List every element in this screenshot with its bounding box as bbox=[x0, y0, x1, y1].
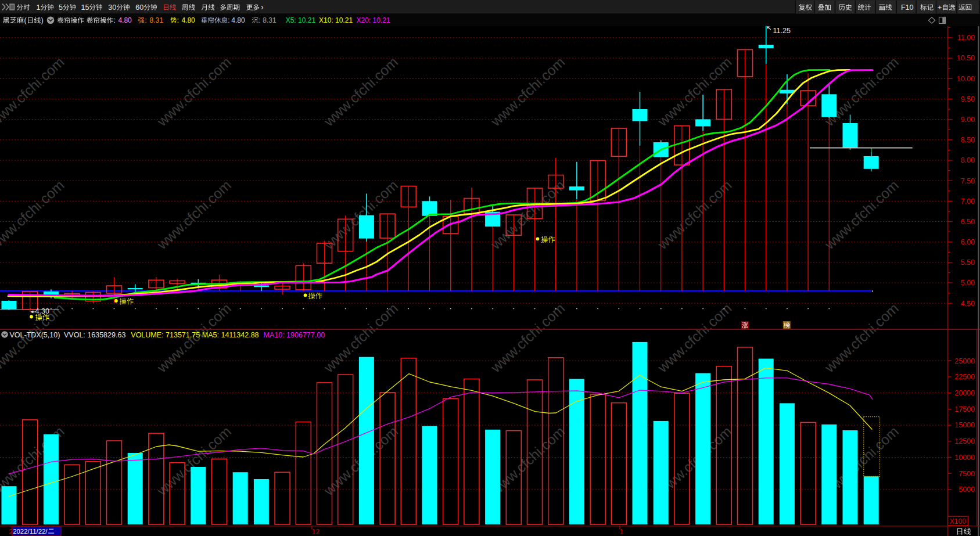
svg-text:1: 1 bbox=[620, 528, 624, 536]
svg-text:12: 12 bbox=[312, 528, 320, 536]
svg-text:6.00: 6.00 bbox=[961, 238, 975, 246]
svg-text:11.25: 11.25 bbox=[773, 27, 791, 35]
svg-text:8.31: 8.31 bbox=[263, 16, 277, 24]
svg-text:MA5: 1411342.88: MA5: 1411342.88 bbox=[202, 331, 259, 339]
svg-text:5.00: 5.00 bbox=[961, 279, 975, 287]
svg-text:20000: 20000 bbox=[954, 389, 975, 397]
svg-text:5000: 5000 bbox=[959, 485, 975, 494]
svg-text:4.80: 4.80 bbox=[231, 16, 245, 24]
svg-text:VVOL: 1635829.63: VVOL: 1635829.63 bbox=[64, 331, 125, 339]
svg-text:25000: 25000 bbox=[954, 357, 975, 365]
svg-text:8.31: 8.31 bbox=[150, 16, 164, 24]
svg-text:10.50: 10.50 bbox=[957, 54, 975, 62]
svg-text:10.00: 10.00 bbox=[957, 75, 975, 83]
svg-text:4.80: 4.80 bbox=[118, 16, 132, 24]
svg-text:15: 15 bbox=[81, 3, 89, 12]
svg-text:): ) bbox=[41, 16, 44, 24]
svg-text:8.00: 8.00 bbox=[961, 156, 975, 164]
svg-text:60: 60 bbox=[135, 3, 143, 12]
svg-text:7.00: 7.00 bbox=[961, 197, 975, 206]
svg-text:X10: 10.21: X10: 10.21 bbox=[319, 16, 353, 24]
svg-text:9.00: 9.00 bbox=[961, 116, 975, 124]
svg-text:5.50: 5.50 bbox=[961, 258, 975, 267]
svg-text:2022/11/22/: 2022/11/22/ bbox=[13, 528, 48, 535]
svg-text:7500: 7500 bbox=[959, 470, 975, 478]
svg-text::: : bbox=[113, 16, 116, 24]
svg-text::: : bbox=[259, 16, 261, 24]
svg-text:MA10: 1906777.00: MA10: 1906777.00 bbox=[264, 331, 325, 339]
svg-text:F10: F10 bbox=[901, 3, 914, 12]
svg-text:22500: 22500 bbox=[954, 373, 975, 381]
svg-text:VOLUME: 713571.75: VOLUME: 713571.75 bbox=[131, 331, 200, 339]
svg-text:9.50: 9.50 bbox=[961, 95, 975, 103]
svg-text:+: + bbox=[938, 3, 942, 12]
svg-text:4.50: 4.50 bbox=[961, 300, 975, 308]
svg-text:›: › bbox=[261, 2, 264, 12]
svg-text:30: 30 bbox=[108, 3, 116, 12]
svg-text:1: 1 bbox=[37, 3, 41, 12]
svg-text::: : bbox=[145, 16, 147, 24]
svg-text:4.80: 4.80 bbox=[181, 16, 195, 24]
svg-text:6.50: 6.50 bbox=[961, 218, 975, 226]
svg-text:X20: 10.21: X20: 10.21 bbox=[357, 16, 390, 24]
svg-text:X5: 10.21: X5: 10.21 bbox=[286, 16, 316, 24]
svg-text:15000: 15000 bbox=[954, 421, 975, 429]
svg-text:10000: 10000 bbox=[954, 454, 975, 462]
svg-text:12500: 12500 bbox=[954, 437, 975, 445]
svg-text::: : bbox=[228, 16, 230, 24]
svg-text:11.00: 11.00 bbox=[957, 34, 975, 42]
svg-text:17500: 17500 bbox=[954, 405, 975, 413]
svg-text:5: 5 bbox=[59, 3, 63, 12]
svg-text:7.50: 7.50 bbox=[961, 177, 975, 185]
svg-text:VOL-TDX(5,10): VOL-TDX(5,10) bbox=[10, 331, 60, 339]
svg-text:X100: X100 bbox=[950, 517, 966, 526]
svg-text::: : bbox=[177, 16, 180, 24]
svg-text:8.50: 8.50 bbox=[961, 136, 975, 144]
svg-text:4.30: 4.30 bbox=[35, 307, 49, 315]
